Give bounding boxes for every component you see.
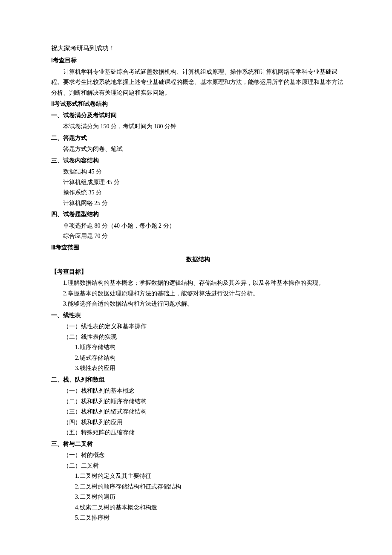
part-1-b1: 1.顺序存储结构 xyxy=(51,342,345,353)
section-2-sub4-line2: 综合应用题 70 分 xyxy=(51,231,345,242)
section-2-sub3-line3: 操作系统 35 分 xyxy=(51,188,345,198)
part-3-title: 三、树与二叉树 xyxy=(51,439,345,450)
section-2-sub2-title: 二、答题方式 xyxy=(51,133,345,144)
goal-2: 2.掌握基本的数据处理原理和方法的基础上，能够对算法进行设计与分析。 xyxy=(51,289,345,299)
part-2-a: （一）栈和队列的基本概念 xyxy=(51,386,345,396)
section-2-sub1-title: 一、试卷满分及考试时间 xyxy=(51,110,345,121)
section-2-sub3-line4: 计算机网络 25 分 xyxy=(51,198,345,209)
part-3-b3: 3.二叉树的遍历 xyxy=(51,492,345,503)
section-2-title: Ⅱ考试形式和试卷结构 xyxy=(51,99,345,110)
part-2-c: （三）栈和队列的链式存储结构 xyxy=(51,407,345,417)
section-2-sub3-title: 三、试卷内容结构 xyxy=(51,156,345,166)
greeting-text: 祝大家考研马到成功！ xyxy=(51,43,345,54)
section-2-sub3-line1: 数据结构 45 分 xyxy=(51,167,345,177)
section-1-title: Ⅰ考查目标 xyxy=(51,55,345,66)
section-1-paragraph: 计算机学科专业基础综合考试涵盖数据机构、计算机组成原理、操作系统和计算机网络等学… xyxy=(51,67,345,98)
part-3-b4: 4.线索二叉树的基本概念和构造 xyxy=(51,503,345,513)
part-3-b2: 2.二叉树的顺序存储结构和链式存储结构 xyxy=(51,482,345,492)
section-2-sub3-line2: 计算机组成原理 45 分 xyxy=(51,177,345,188)
part-1-a: （一）线性表的定义和基本操作 xyxy=(51,321,345,332)
part-2-d: （四）栈和队列的应用 xyxy=(51,417,345,428)
section-3-title: Ⅲ考查范围 xyxy=(51,243,345,253)
part-2-b: （二）栈和队列的顺序存储结构 xyxy=(51,396,345,407)
part-3-a: （一）树的概念 xyxy=(51,450,345,461)
section-3-center-title: 数据结构 xyxy=(51,254,345,265)
part-3-b: （二）二叉树 xyxy=(51,461,345,471)
part-2-title: 二、栈、队列和数组 xyxy=(51,375,345,385)
part-2-e: （五）特殊矩阵的压缩存储 xyxy=(51,428,345,438)
section-2-sub1-line: 本试卷满分为 150 分，考试时间为 180 分钟 xyxy=(51,121,345,132)
part-3-b5: 5.二叉排序树 xyxy=(51,513,345,523)
goals-title: 【考查目标】 xyxy=(51,267,345,278)
part-1-b: （二）线性表的实现 xyxy=(51,332,345,343)
part-1-b3: 3.线性表的应用 xyxy=(51,363,345,374)
part-1-title: 一、线性表 xyxy=(51,310,345,321)
part-3-b1: 1.二叉树的定义及其主要特征 xyxy=(51,471,345,482)
goal-3: 3.能够选择合适的数据结构和方法进行问题求解。 xyxy=(51,299,345,309)
part-1-b2: 2.链式存储结构 xyxy=(51,353,345,364)
section-2-sub4-title: 四、试卷题型结构 xyxy=(51,209,345,220)
section-2-sub2-line: 答题方式为闭卷、笔试 xyxy=(51,144,345,155)
goal-1: 1.理解数据结构的基本概念；掌握数据的逻辑结构、存储结构及其差异，以及各种基本操… xyxy=(51,278,345,289)
section-2-sub4-line1: 单项选择题 80 分（40 小题，每小题 2 分） xyxy=(51,221,345,231)
